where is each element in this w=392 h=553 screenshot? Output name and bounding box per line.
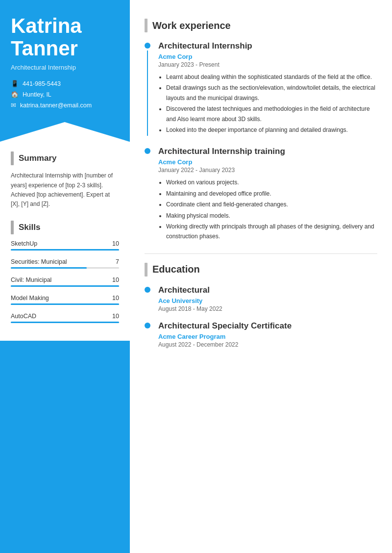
edu-dot-col [145, 321, 150, 348]
job-body: Architectural Internship training Acme C… [158, 147, 377, 242]
edu-dot [145, 287, 150, 293]
edu-degree: Architectural Specialty Certificate [158, 321, 377, 331]
job-dates: January 2022 - January 2023 [158, 167, 377, 174]
job-dates: January 2023 - Present [158, 61, 377, 68]
email-address: katrina.tanner@email.com [20, 102, 92, 109]
edu-entry: Architectural Specialty Certificate Acme… [145, 321, 377, 348]
candidate-title: Architectural Internship [11, 64, 119, 71]
skill-level: 10 [112, 276, 119, 283]
sidebar-header: Katrina Tanner Architectural Internship … [0, 0, 130, 122]
skill-name: Model Making [11, 295, 49, 302]
summary-label: Summary [19, 153, 56, 163]
work-section-bar [145, 19, 147, 32]
skill-bar-fill [11, 285, 119, 287]
job-bullet: Worked on various projects. [166, 177, 377, 187]
education-list: Architectural Ace University August 2018… [145, 285, 377, 348]
work-section-title: Work experience [145, 19, 377, 32]
job-bullet: Coordinate client and field-generated ch… [166, 200, 377, 209]
sidebar-lower: Summary Architectural Internship with [n… [0, 142, 130, 341]
jobs-list: Architectural Internship Acme Corp Janua… [145, 41, 377, 243]
job-bullet: Making physical models. [166, 211, 377, 221]
work-section-label: Work experience [152, 20, 231, 31]
job-title: Architectural Internship training [158, 147, 377, 156]
summary-section-header: Summary [11, 151, 119, 165]
job-dot-col [145, 147, 150, 242]
job-line [147, 50, 148, 136]
skill-name: SketchUp [11, 240, 37, 247]
skill-item: Civil: Municipal 10 [11, 276, 119, 287]
sidebar: Katrina Tanner Architectural Internship … [0, 0, 130, 553]
contact-email: ✉ katrina.tanner@email.com [11, 101, 119, 109]
skill-header: Model Making 10 [11, 295, 119, 302]
job-company: Acme Corp [158, 158, 377, 166]
section-divider [145, 253, 377, 254]
job-bullets: Learnt about dealing within the sophisti… [158, 72, 377, 135]
skill-item: Securities: Municipal 7 [11, 258, 119, 269]
job-dot [145, 148, 150, 154]
skill-item: AutoCAD 10 [11, 313, 119, 323]
skill-bar-fill [11, 249, 119, 251]
edu-dot-col [145, 285, 150, 312]
skill-level: 10 [112, 313, 119, 320]
job-bullet: Learnt about dealing within the sophisti… [166, 72, 377, 82]
skill-level: 10 [112, 240, 119, 247]
skill-item: Model Making 10 [11, 295, 119, 305]
job-dot-col [145, 41, 150, 136]
edu-entry: Architectural Ace University August 2018… [145, 285, 377, 312]
job-company: Acme Corp [158, 53, 377, 60]
location-text: Huntley, IL [23, 91, 51, 98]
job-entry: Architectural Internship Acme Corp Janua… [145, 41, 377, 136]
skill-header: Civil: Municipal 10 [11, 276, 119, 283]
skill-header: Securities: Municipal 7 [11, 258, 119, 265]
job-entry: Architectural Internship training Acme C… [145, 147, 377, 242]
skill-name: Securities: Municipal [11, 258, 67, 265]
phone-number: 441-985-5443 [23, 80, 61, 87]
skill-bar-bg [11, 267, 119, 269]
sidebar-chevron-decoration [0, 122, 129, 142]
summary-text: Architectural Internship with [number of… [11, 171, 119, 209]
edu-dot [145, 323, 150, 328]
job-body: Architectural Internship Acme Corp Janua… [158, 41, 377, 136]
email-icon: ✉ [11, 101, 16, 109]
job-dot [145, 43, 150, 49]
summary-bar [11, 151, 14, 165]
education-section-label: Education [152, 264, 200, 275]
education-section-title: Education [145, 263, 377, 276]
skills-bar [11, 221, 14, 234]
skills-list: SketchUp 10 Securities: Municipal 7 Civi… [11, 240, 119, 323]
job-bullet: Detail drawings such as the section/elev… [166, 83, 377, 103]
resume-container: Katrina Tanner Architectural Internship … [0, 0, 392, 553]
edu-dates: August 2022 - December 2022 [158, 341, 377, 348]
skill-header: SketchUp 10 [11, 240, 119, 247]
skill-bar-fill [11, 267, 87, 269]
skill-name: Civil: Municipal [11, 276, 51, 283]
location-icon: 🏠 [11, 91, 19, 98]
edu-school: Ace University [158, 297, 377, 304]
job-bullet: Maintaining and developed office profile… [166, 189, 377, 199]
skills-label: Skills [19, 223, 40, 232]
phone-icon: 📱 [11, 80, 19, 87]
contact-phone: 📱 441-985-5443 [11, 80, 119, 87]
contact-info: 📱 441-985-5443 🏠 Huntley, IL ✉ katrina.t… [11, 80, 119, 109]
contact-location: 🏠 Huntley, IL [11, 91, 119, 98]
candidate-name: Katrina Tanner [11, 15, 119, 60]
skill-bar-bg [11, 303, 119, 305]
job-bullets: Worked on various projects.Maintaining a… [158, 177, 377, 241]
job-bullet: Looked into the deeper importance of pla… [166, 125, 377, 135]
education-section-bar [145, 263, 147, 276]
skill-bar-fill [11, 303, 119, 305]
skill-item: SketchUp 10 [11, 240, 119, 251]
skill-bar-bg [11, 249, 119, 251]
edu-body: Architectural Ace University August 2018… [158, 285, 377, 312]
skill-name: AutoCAD [11, 313, 36, 320]
job-bullet: Working directly with principals through… [166, 222, 377, 242]
edu-school: Acme Career Program [158, 333, 377, 340]
job-bullet: Discovered the latest techniques and met… [166, 104, 377, 124]
job-title: Architectural Internship [158, 41, 377, 51]
skills-section-header: Skills [11, 221, 119, 234]
skill-bar-bg [11, 285, 119, 287]
skill-level: 7 [116, 258, 119, 265]
skill-bar-bg [11, 322, 119, 323]
edu-dates: August 2018 - May 2022 [158, 305, 377, 312]
skill-level: 10 [112, 295, 119, 302]
